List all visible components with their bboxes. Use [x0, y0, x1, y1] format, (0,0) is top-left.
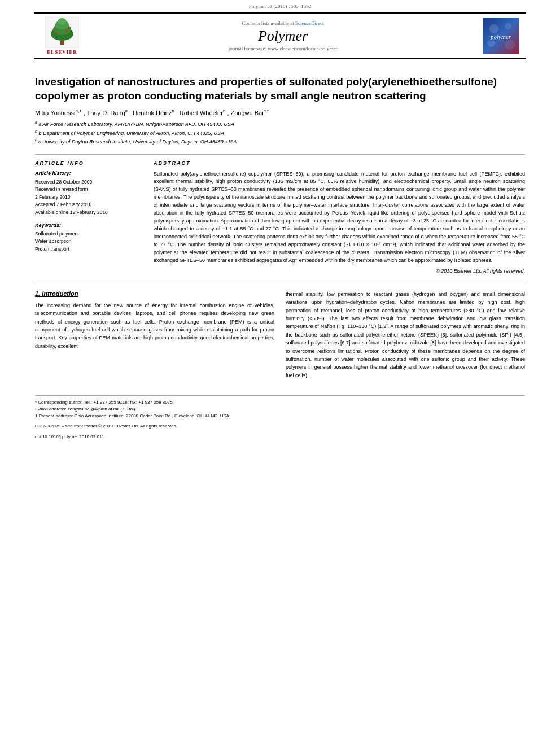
svg-point-9 — [68, 28, 70, 29]
journal-homepage: journal homepage: www.elsevier.com/locat… — [90, 46, 475, 51]
abstract-column: Abstract Sulfonated poly(arylenethioethe… — [154, 160, 525, 274]
author-sup-c: c,* — [264, 108, 269, 113]
abstract-text: Sulfonated poly(arylenethioethersulfone)… — [154, 171, 525, 265]
author-sup-a: a — [125, 108, 128, 113]
copyright-line: © 2010 Elsevier Ltd. All rights reserved… — [154, 268, 525, 274]
citation-text: Polymer 51 (2010) 1585–1592 — [249, 3, 312, 9]
footer: * Corresponding author. Tel.: +1 937 255… — [35, 395, 525, 441]
author-bai: , Zongwu Bai — [227, 110, 263, 116]
affiliations: a a Air Force Research Laboratory, AFRL/… — [35, 120, 525, 146]
keywords-section: Keywords: Sulfonated polymers Water abso… — [35, 222, 142, 254]
available-date: Available online 12 February 2010 — [35, 209, 142, 217]
svg-point-14 — [505, 40, 515, 50]
affiliation-c: c c University of Dayton Research Instit… — [35, 137, 525, 146]
author-sup-a1: a,1 — [76, 108, 82, 113]
intro-heading: 1. Introduction — [35, 290, 274, 297]
article-title: Investigation of nanostructures and prop… — [35, 75, 525, 103]
keyword-1: Sulfonated polymers — [35, 230, 142, 238]
corresponding-note: * Corresponding author. Tel.: +1 937 255… — [35, 399, 525, 406]
keywords-label: Keywords: — [35, 222, 142, 228]
abstract-heading: Abstract — [154, 160, 525, 166]
received-date: Received 28 October 2009 — [35, 178, 142, 186]
svg-point-5 — [58, 18, 67, 25]
journal-title: Polymer — [90, 28, 475, 45]
authors-line: Mitra Yoonessia,1 , Thuy D. Danga , Hend… — [35, 108, 525, 116]
top-citation-bar: Polymer 51 (2010) 1585–1592 — [0, 0, 560, 10]
author-yoonessi: Mitra Yoonessi — [35, 110, 76, 116]
email-note: E-mail address: zongwu.bai@wpafb.af.mil … — [35, 406, 525, 413]
journal-header: ELSEVIER Contents lists available at Sci… — [34, 12, 526, 59]
intro-paragraph-2: thermal stability, low permeation to rea… — [286, 290, 525, 379]
article-history-label: Article history: — [35, 171, 142, 176]
polymer-logo-right: polymer — [481, 18, 520, 54]
received-revised-label: Received in revised form — [35, 186, 142, 194]
author-dang: , Thuy D. Dang — [84, 110, 125, 116]
svg-point-12 — [505, 23, 511, 29]
elsevier-label: ELSEVIER — [47, 49, 77, 55]
svg-point-6 — [55, 32, 58, 34]
affiliation-a: a a Air Force Research Laboratory, AFRL/… — [35, 120, 525, 129]
svg-point-7 — [65, 30, 68, 33]
keyword-2: Water absorption — [35, 238, 142, 246]
body-section: 1. Introduction The increasing demand fo… — [35, 290, 525, 384]
svg-point-11 — [489, 24, 498, 33]
polymer-logo-box: polymer — [483, 18, 519, 54]
sciencedirect-line: Contents lists available at ScienceDirec… — [90, 20, 475, 26]
body-left-col: 1. Introduction The increasing demand fo… — [35, 290, 274, 384]
main-content: Investigation of nanostructures and prop… — [0, 62, 560, 447]
doi-line: doi:10.1016/j.polymer.2010.02.011 — [35, 434, 525, 441]
svg-point-8 — [53, 29, 55, 30]
sciencedirect-link[interactable]: ScienceDirect — [295, 20, 323, 26]
issn-line: 0032-3861/$ – see front matter © 2010 El… — [35, 423, 525, 430]
article-info-heading: Article Info — [35, 160, 142, 166]
svg-text:polymer: polymer — [489, 33, 511, 40]
address-note: 1 Present address: Ohio Aerospace Instit… — [35, 413, 525, 420]
author-heinz: , Hendrik Heinz — [129, 110, 172, 116]
author-sup-b2: b — [223, 108, 225, 113]
keyword-3: Proton transport — [35, 246, 142, 254]
elsevier-logo: ELSEVIER — [40, 17, 85, 55]
intro-paragraph-1: The increasing demand for the new source… — [35, 302, 274, 350]
affiliation-b: b b Department of Polymer Engineering, U… — [35, 129, 525, 138]
accepted-date: Accepted 7 February 2010 — [35, 201, 142, 209]
author-sup-b: b — [172, 108, 174, 113]
body-right-col: thermal stability, low permeation to rea… — [286, 290, 525, 384]
polymer-logo-icon: polymer — [483, 18, 519, 54]
revised-date: 2 February 2010 — [35, 194, 142, 202]
section-divider — [35, 282, 525, 282]
elsevier-tree-icon — [45, 17, 79, 48]
article-info-abstract-section: Article Info Article history: Received 2… — [35, 154, 525, 274]
article-info-column: Article Info Article history: Received 2… — [35, 160, 142, 274]
svg-point-13 — [487, 39, 495, 47]
author-wheeler: , Robert Wheeler — [176, 110, 223, 116]
page: Polymer 51 (2010) 1585–1592 ELSEVI — [0, 0, 560, 447]
journal-center: Contents lists available at ScienceDirec… — [85, 20, 481, 52]
